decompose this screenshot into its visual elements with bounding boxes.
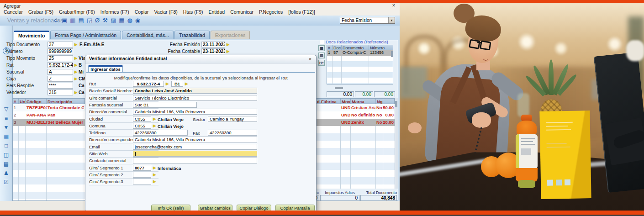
menu-item-grabar[interactable]: Grabar (F5) [28,9,53,15]
tab-trazabilidad[interactable]: Trazabilidad [174,31,210,39]
field-sucursal-input[interactable]: A [48,69,73,75]
fecha-emision-input[interactable]: 23-11-2023 [201,42,225,47]
back-icon[interactable]: ⇦ [54,17,59,24]
window-icon[interactable]: □ [0,142,12,149]
tab-contabilidad[interactable]: Contabilidad, más... [122,31,174,39]
modules-icon[interactable]: ▦ [119,17,124,24]
menu-item-folios[interactable]: [folios (F12)] [288,9,315,15]
check-icon[interactable]: ☑ [0,179,12,185]
field-vendedor-input[interactable]: 315 [48,90,73,95]
window-title: Agregar [4,3,21,9]
grid-icon[interactable]: ▦ [318,45,325,51]
dlg-fantasia-input[interactable]: Suc B1 [133,102,197,108]
total-impuestos-label: Impuestos Adics [320,190,359,195]
close-icon[interactable]: × [390,2,397,9]
lookup-arrow-icon[interactable]: ▶ [74,56,77,60]
trash-icon[interactable]: ▽ [0,106,12,112]
paper-roll [626,40,644,61]
calendar-arrow-icon[interactable]: ▶ [227,42,229,47]
field-tipo-movmnto-input[interactable]: 25 [48,55,73,61]
dlg-razon-input[interactable]: Concha Leiva José Arnoldo [133,88,257,94]
menu-item-pnegocios[interactable]: P.Negocios [259,9,283,15]
lookup-arrow-icon[interactable]: ▶ [74,42,77,47]
lookup-arrow-icon[interactable]: ▶ [153,173,156,177]
item-row-2[interactable]: 2PAN-ANAPan [12,111,85,119]
lookup-arrow-icon[interactable]: ▶ [185,82,188,86]
dlg-sector-input[interactable]: Camino a Yungay [208,116,257,122]
menu-item-comunicar[interactable]: Comunicar [230,9,253,15]
dlg-email-input[interactable]: joseconcha@zenitx.com [133,144,257,150]
field-numero-input[interactable]: 999999999 [48,48,73,54]
lookup-arrow-icon[interactable]: ▶ [153,117,156,121]
copy-doc-icon[interactable]: ▥ [70,17,75,24]
lookup-arrow-icon[interactable]: ▶ [166,82,169,86]
lookup-arrow-icon[interactable]: ▶ [74,63,77,67]
dlg-ciudad-input[interactable]: C055 [133,116,151,122]
item-row-1-right[interactable]: UNDCristian AriasNo50.00 [316,104,395,111]
item-row-3-selected[interactable]: 3MUJ-BELLSet Belleza Mujer [12,119,85,126]
items-scrollbar-thumb[interactable] [395,101,397,107]
date-filter-select[interactable]: Fecha Emision ▼ [340,17,395,24]
field-pers-respble-input[interactable]: **** [48,83,73,89]
menu-item-vaciar[interactable]: Vaciar (F8) [154,9,178,15]
calendar-arrow-icon[interactable]: ▶ [227,49,229,53]
menu-item-entidad[interactable]: Entidad [209,9,225,15]
export-icon[interactable]: ◲ [87,17,92,24]
person-icon[interactable]: ♟ [0,170,12,176]
tab-forma-pago[interactable]: Forma Pago / Administración [50,31,121,39]
contact-card-icon[interactable]: ▨ [111,17,116,24]
settings-icon[interactable]: ◉ [135,17,140,24]
menu-item-cancelar[interactable]: Cancelar [4,9,23,15]
dlg-giro-seg1-input[interactable]: 0077 [133,165,151,171]
columns-icon[interactable]: ▥ [318,53,325,58]
doc-money-icon[interactable]: ◫ [0,152,12,158]
field-caja-input[interactable]: Z [48,76,73,82]
dlg-giro-seg3-input[interactable] [133,179,151,184]
tab-ingresar-datos[interactable]: Ingresar datos [88,65,123,73]
dlg-telefono-input[interactable]: 422260390 [133,130,188,136]
dlg-giro-seg2-input[interactable] [133,172,151,178]
chat-icon[interactable]: ◍ [127,17,132,24]
menu-item-grabar-impr[interactable]: Grabar/Impr (F6) [59,9,95,15]
print-icon[interactable]: ▤ [79,17,84,24]
lookup-arrow-icon[interactable]: ▶ [153,179,156,184]
lookup-arrow-icon[interactable]: ▶ [153,166,156,170]
dlg-fax-input[interactable]: 422260390 [208,130,257,136]
dlg-giro-input[interactable]: Servicio Técnico Electrónico [133,95,257,101]
void-icon[interactable]: Ø [95,17,100,24]
filter-icon[interactable]: ≡ [0,115,12,121]
menu-item-informes[interactable]: Informes (F7) [100,9,129,15]
tab-movimiento[interactable]: Movimiento [14,31,49,40]
item-row-3-right-selected[interactable]: UNDZenitxNo20.00 [316,119,395,126]
docs-table-row[interactable]: 157O-Compra-C123456 [327,50,393,56]
dlg-contacto-input[interactable] [133,158,257,163]
fecha-contable-input[interactable]: 23-11-2023 [201,48,225,54]
docs-hscroll-thumb[interactable] [335,87,343,89]
dlg-rut-input[interactable]: 9.632.172-4 [133,81,164,87]
lookup-arrow-icon[interactable]: ▶ [74,77,77,81]
field-tipo-documento-input[interactable]: 37 [48,42,73,47]
menu-item-copiar[interactable]: Copiar [135,9,149,15]
h-plus-icon[interactable]: H+ [318,60,325,66]
field-rut-input[interactable]: 9.632.172-4 [48,62,73,68]
lookup-arrow-icon[interactable]: ▶ [74,90,77,95]
items-scrollbar[interactable] [395,98,398,189]
docs-scrollbar-thumb[interactable] [391,51,393,57]
dlg-sitio-web-input[interactable] [133,151,257,157]
item-row-2-right[interactable]: UNDNo definidoNo0.00 [316,111,395,119]
lookup-arrow-icon[interactable]: ▶ [74,70,77,74]
item-row-1[interactable]: 1TRZEJE00Torta Chocolate Otoñ [12,104,85,111]
dialog-close-icon[interactable]: × [307,56,313,62]
dlg-dir-corresp-input[interactable]: Gabriela Mistral 186, Villa Primavera [133,137,257,142]
download-icon[interactable]: ▼ [0,124,12,131]
tools-icon[interactable]: ⚒ [102,17,108,24]
menu-item-htas[interactable]: Htas (F9) [183,9,203,15]
docs-relacionados-checkbox[interactable] [320,40,324,44]
calendar-icon[interactable]: ▦ [0,133,12,140]
ledger-icon[interactable]: ▤ [0,161,12,167]
dlg-dir-comercial-input[interactable]: Gabriela Mistral 186, Villa Primavera [133,109,257,115]
dlg-comuna-input[interactable]: C055 [133,123,151,129]
save-icon[interactable]: ▣ [62,17,67,24]
dlg-sucursal-input[interactable]: B1 [171,81,183,87]
lookup-arrow-icon[interactable]: ▶ [153,124,156,128]
